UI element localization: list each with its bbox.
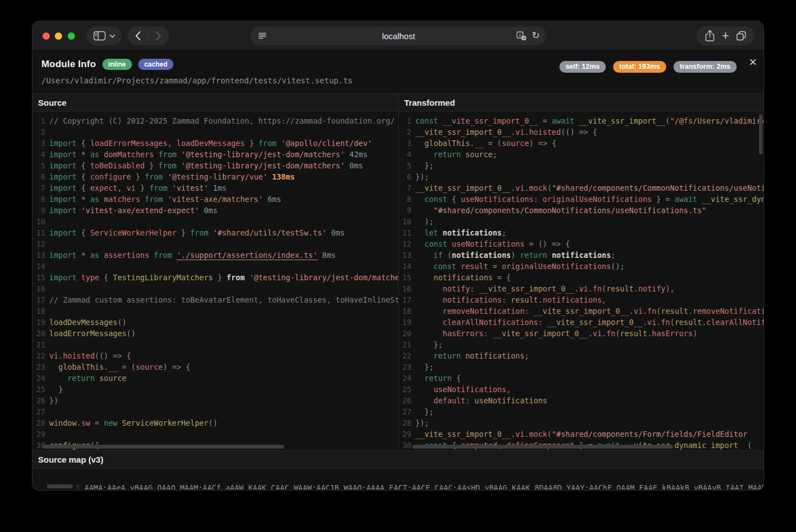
sourcemap-body[interactable]: 1AAMA;AAeA,yBAAG,QAAQ,MAAM;AACf,aAAW,KAA…	[32, 469, 764, 489]
share-icon[interactable]	[704, 30, 715, 42]
badge-inline: inline	[102, 59, 132, 70]
line-number: 11	[399, 227, 416, 238]
line-number: 1	[73, 482, 84, 489]
line-number: 12	[32, 238, 49, 249]
code-line: 22 return notifications;	[399, 350, 764, 361]
line-number: 10	[399, 216, 416, 227]
line-number: 6	[399, 171, 416, 182]
close-icon[interactable]: ×	[749, 55, 757, 69]
line-number: 25	[32, 384, 49, 395]
code-line: 10 );	[399, 216, 764, 227]
code-line: 16 notify: __vite_ssr_import_0__.vi.fn(r…	[399, 283, 764, 294]
code-line: 6import { configure } from '@testing-lib…	[32, 171, 398, 182]
tab-overview-icon[interactable]	[736, 30, 747, 41]
line-number: 16	[32, 283, 49, 294]
line-number: 15	[32, 272, 49, 283]
sidebar-icon	[93, 31, 106, 41]
line-number: 2	[399, 126, 416, 138]
code-line: 7import { expect, vi } from 'vitest' 1ms	[32, 182, 398, 194]
line-number: 1	[399, 115, 416, 126]
code-line: 16	[32, 283, 398, 294]
source-horizontal-scrollbar[interactable]	[43, 445, 284, 449]
line-number: 19	[399, 317, 416, 328]
line-number: 7	[399, 182, 416, 194]
sidebar-toggle-button[interactable]	[87, 26, 121, 45]
code-line: 28});	[399, 417, 764, 429]
code-line: 10	[32, 216, 398, 227]
line-number: 14	[32, 261, 49, 272]
line-number: 5	[32, 160, 49, 171]
module-link[interactable]: './support/assertions/index.ts'	[177, 251, 318, 260]
transformed-horizontal-scrollbar[interactable]	[412, 445, 673, 449]
back-button[interactable]	[128, 26, 148, 45]
browser-window: localhost A a ↻ +	[32, 21, 764, 490]
timing-badge-total: total: 193ms	[613, 61, 666, 73]
line-number: 22	[399, 350, 416, 361]
line-number: 18	[399, 305, 416, 317]
line-number: 28	[399, 417, 416, 429]
code-line: 29	[32, 429, 398, 440]
close-window-button[interactable]	[43, 32, 50, 40]
line-number: 9	[32, 205, 49, 216]
transformed-code[interactable]: 1const __vite_ssr_import_0__ = await __v…	[399, 112, 764, 450]
code-line: 13import * as assertions from './support…	[32, 249, 398, 261]
navigation-buttons	[128, 26, 169, 45]
line-number: 24	[399, 373, 416, 384]
line-number: 4	[32, 149, 49, 160]
code-line: 23 globalThis.__ = (source) => {	[32, 361, 398, 373]
timing-badge-transform: transform: 2ms	[673, 61, 737, 73]
reload-icon[interactable]: ↻	[532, 30, 540, 41]
code-line: 17// Zammad custom assertions: toBeAvata…	[32, 294, 398, 305]
code-line: 26})	[32, 395, 398, 406]
code-line: 9 "#shared/components/CommonNotification…	[399, 205, 764, 216]
line-number: 24	[32, 373, 49, 384]
line-number: 17	[32, 294, 49, 305]
minimize-window-button[interactable]	[55, 32, 62, 40]
translate-icon[interactable]: A a	[516, 31, 526, 41]
code-line: 5 };	[399, 160, 764, 171]
browser-toolbar: localhost A a ↻ +	[32, 21, 764, 51]
address-bar[interactable]: localhost A a ↻	[251, 26, 547, 45]
line-number: 26	[399, 395, 416, 406]
line-number: 27	[32, 406, 49, 417]
line-number: 29	[32, 429, 49, 440]
line-number: 1	[32, 115, 49, 126]
code-line: 12	[32, 238, 398, 249]
code-line: 4import * as domMatchers from '@testing-…	[32, 149, 398, 160]
code-line: 3 globalThis.__ = (source) => {	[399, 138, 764, 149]
code-line: 12 const useNotifications = () => {	[399, 238, 764, 249]
toolbar-right-buttons: +	[696, 26, 755, 45]
line-number: 20	[399, 328, 416, 339]
timing-badge-self: self: 12ms	[559, 61, 606, 73]
code-line: 18 removeNotification: __vite_ssr_import…	[399, 305, 764, 317]
line-number: 25	[399, 384, 416, 395]
code-line: 9import 'vitest-axe/extend-expect' 0ms	[32, 205, 398, 216]
line-number: 8	[32, 194, 49, 205]
code-line: 17 notifications: result.notifications,	[399, 294, 764, 305]
code-line: 21	[32, 339, 398, 350]
sourcemap-horizontal-scrollbar[interactable]	[47, 484, 73, 488]
sourcemap-section: Source map (v3) 1AAMA;AAeA,yBAAG,QAAQ,MA…	[32, 450, 764, 489]
source-pane: Source 1// Copyright (C) 2012-2025 Zamma…	[32, 94, 398, 450]
sourcemap-mappings: AAMA;AAeA,yBAAG,QAAQ,MAAM;AACf,aAAW,KAAK…	[84, 483, 764, 489]
line-number: 9	[399, 205, 416, 216]
zoom-window-button[interactable]	[68, 32, 75, 40]
forward-button[interactable]	[148, 26, 169, 45]
code-line: 21 };	[399, 339, 764, 350]
code-line: 25 useNotifications,	[399, 384, 764, 395]
transformed-pane-title: Transformed	[399, 94, 764, 112]
code-line: 24 return {	[399, 373, 764, 384]
code-line: 13 if (notifications) return notificatio…	[399, 249, 764, 261]
line-number: 20	[32, 328, 49, 339]
line-number: 18	[32, 305, 49, 317]
new-tab-icon[interactable]: +	[722, 30, 729, 41]
source-code[interactable]: 1// Copyright (C) 2012-2025 Zammad Found…	[32, 112, 398, 450]
line-number: 13	[32, 249, 49, 261]
code-line: 11import { ServiceWorkerHelper } from '#…	[32, 227, 398, 238]
transformed-pane: Transformed 1const __vite_ssr_import_0__…	[398, 94, 764, 450]
transformed-vertical-scrollbar[interactable]	[759, 114, 762, 154]
url-text: localhost	[251, 31, 547, 41]
code-line: 14	[32, 261, 398, 272]
code-line: 27 };	[399, 406, 764, 417]
code-line: 20loadErrorMessages()	[32, 328, 398, 339]
